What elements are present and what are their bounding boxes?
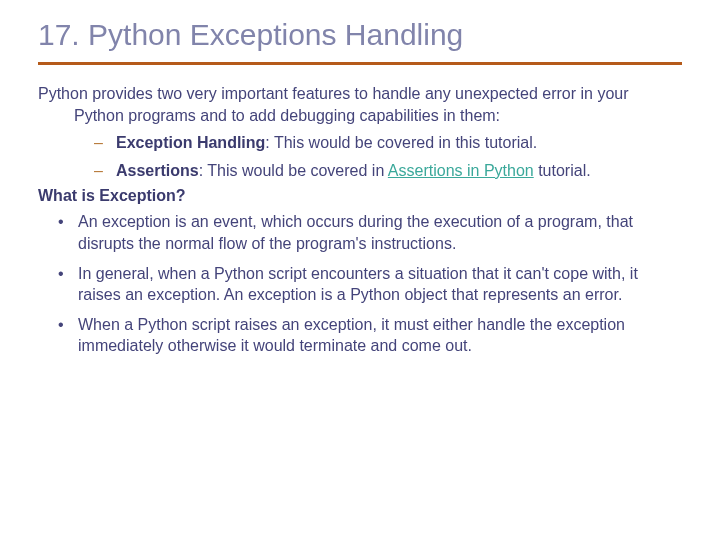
intro-paragraph: Python provides two very important featu…	[38, 83, 682, 126]
definition-list: An exception is an event, which occurs d…	[38, 211, 682, 357]
list-item: An exception is an event, which occurs d…	[78, 211, 682, 254]
list-item: Exception Handling: This would be covere…	[116, 132, 682, 154]
list-item: Assertions: This would be covered in Ass…	[116, 160, 682, 182]
title-divider	[38, 62, 682, 65]
section-subheading: What is Exception?	[38, 187, 682, 205]
feature-desc: : This would be covered in this tutorial…	[265, 134, 537, 151]
feature-name: Exception Handling	[116, 134, 265, 151]
assertions-link[interactable]: Assertions in Python	[388, 162, 534, 179]
feature-desc-post: tutorial.	[534, 162, 591, 179]
slide-title: 17. Python Exceptions Handling	[38, 18, 682, 52]
feature-name: Assertions	[116, 162, 199, 179]
feature-sublist: Exception Handling: This would be covere…	[38, 132, 682, 181]
feature-desc-pre: : This would be covered in	[199, 162, 388, 179]
list-item: In general, when a Python script encount…	[78, 263, 682, 306]
list-item: When a Python script raises an exception…	[78, 314, 682, 357]
slide-container: 17. Python Exceptions Handling Python pr…	[0, 0, 720, 385]
